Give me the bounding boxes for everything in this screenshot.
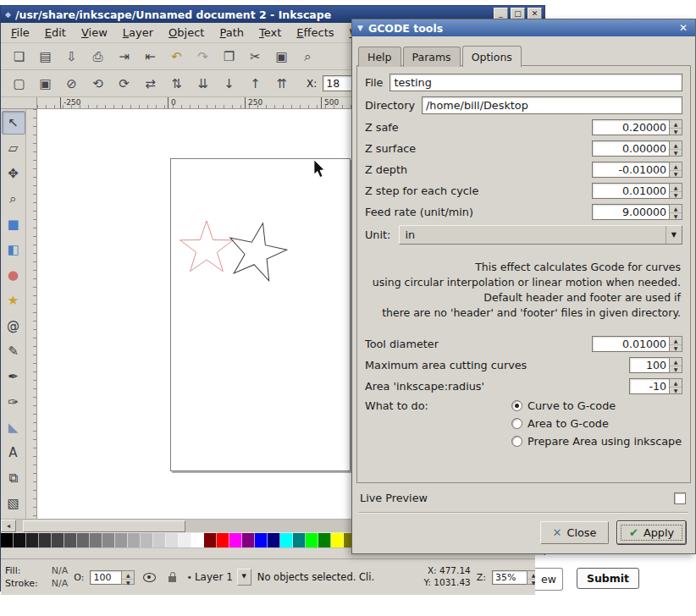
pink-star-shape[interactable] [180,221,234,272]
zoom-tool[interactable]: ⌕ [2,187,25,211]
palette-swatch[interactable] [102,533,115,547]
import-button[interactable]: ⇥ [113,45,135,68]
black-star-shape[interactable] [223,217,290,283]
max-area-spinner-buttons[interactable] [669,357,682,373]
dialog-close-icon[interactable]: ✕ [677,22,690,34]
fill-stroke-indicator[interactable]: Fill: N/A Stroke: N/A [5,565,68,589]
palette-swatch[interactable] [318,533,331,547]
z-surface-input[interactable]: 0.00000 [592,140,682,157]
flip-vertical-button[interactable]: ⇅ [165,72,188,95]
dock-arrow-icon[interactable]: ▼ [357,24,363,32]
opacity-input[interactable]: 100 [90,570,135,585]
lower-button[interactable]: ↓ [218,72,240,95]
zoom-drawing-button[interactable]: ⌕ [296,45,319,68]
3dbox-tool[interactable]: ◧ [2,238,25,261]
select-all-button[interactable]: ▢ [8,72,30,95]
palette-swatch[interactable] [242,533,255,547]
z-step-spinner-buttons[interactable] [669,183,682,199]
area-radius-input[interactable]: -10 [629,378,682,394]
palette-swatch[interactable] [306,533,318,547]
palette-swatch[interactable] [166,533,179,547]
combo-arrow-icon[interactable]: ▼ [666,226,682,244]
ellipse-tool[interactable]: ● [2,263,25,287]
scroll-left-button[interactable]: ◂ [1,520,16,532]
new-document-button[interactable]: ❏ [8,45,30,68]
open-document-button[interactable]: ▤ [34,45,57,68]
export-button[interactable]: ⇤ [139,45,162,68]
z-safe-spinner-buttons[interactable] [669,119,682,135]
radio-button[interactable] [511,418,522,429]
palette-swatch[interactable] [280,533,293,547]
submit-button[interactable]: Submit [577,568,639,589]
menu-item-effects[interactable]: Effects [289,24,341,41]
star-tool[interactable]: ★ [2,289,25,312]
redo-button[interactable]: ↷ [191,45,214,68]
palette-swatch[interactable] [204,533,217,547]
file-input[interactable]: testing [389,74,682,91]
palette-swatch[interactable] [179,533,191,547]
palette-swatch[interactable] [64,533,77,547]
feed-rate-spinner-buttons[interactable] [669,204,682,220]
selector-tool[interactable]: ↖ [2,111,25,135]
feed-rate-input[interactable]: 9.00000 [592,204,682,220]
layer-visibility-toggle[interactable] [141,569,157,586]
undo-button[interactable]: ↶ [165,45,188,68]
palette-swatch[interactable] [217,533,229,547]
text-tool[interactable]: A [2,441,25,465]
palette-swatch[interactable] [128,533,141,547]
pencil-tool[interactable]: ✎ [2,339,25,363]
copy-button[interactable]: ❐ [218,45,240,68]
menu-item-text[interactable]: Text [251,24,289,41]
palette-swatch[interactable] [229,533,242,547]
paint-bucket-tool[interactable]: ◣ [2,415,25,439]
calligraphy-tool[interactable]: ✑ [2,390,25,414]
node-tool[interactable]: ▱ [2,136,25,160]
palette-swatch[interactable] [255,533,268,547]
z-step-input[interactable]: 0.01000 [592,183,682,199]
partial-button[interactable]: ew [535,568,563,591]
max-area-input[interactable]: 100 [629,357,682,373]
opacity-spinner-buttons[interactable] [121,570,135,585]
connector-tool[interactable]: ⧉ [2,466,25,490]
palette-swatch[interactable] [268,533,280,547]
scrollbar-thumb[interactable] [23,520,185,532]
z-surface-spinner-buttons[interactable] [669,140,682,157]
palette-swatch[interactable] [331,533,344,547]
unit-dropdown[interactable]: in ▼ [399,225,682,245]
palette-swatch[interactable] [90,533,102,547]
radio-option-prepare-area[interactable]: Prepare Area using inkscape [511,435,682,448]
palette-swatch[interactable] [39,533,52,547]
z-depth-input[interactable]: -0.01000 [592,162,682,178]
tab-params[interactable]: Params [403,47,461,67]
deselect-button[interactable]: ⊘ [60,72,83,95]
tweak-tool[interactable]: ✥ [2,162,25,185]
z-depth-spinner-buttons[interactable] [669,162,682,178]
pen-tool[interactable]: ✒ [2,365,25,388]
live-preview-checkbox[interactable] [674,492,686,504]
tab-help[interactable]: Help [358,47,401,67]
palette-swatch[interactable] [191,533,204,547]
rotate-cw-button[interactable]: ⟳ [113,72,135,95]
cut-button[interactable]: ✂ [244,45,267,68]
menu-item-edit[interactable]: Edit [37,24,74,41]
raise-button[interactable]: ↑ [244,72,267,95]
paste-button[interactable]: ▣ [270,45,293,68]
tool-diameter-input[interactable]: 0.01000 [592,336,682,352]
raise-to-top-button[interactable]: ⇈ [270,72,293,95]
palette-swatch[interactable] [1,533,14,547]
rotate-ccw-button[interactable]: ⟲ [86,72,109,95]
save-document-button[interactable]: ⇩ [60,45,83,68]
menu-item-object[interactable]: Object [161,24,212,41]
radio-button-selected[interactable] [511,400,522,411]
palette-swatch[interactable] [14,533,26,547]
palette-swatch[interactable] [52,533,64,547]
palette-swatch[interactable] [115,533,128,547]
select-all-layers-button[interactable]: ▣ [34,72,57,95]
menu-item-layer[interactable]: Layer [115,24,161,41]
vertical-ruler[interactable] [26,109,37,519]
layer-selector[interactable]: • Layer 1 ▼ [186,569,251,586]
dialog-close-button[interactable]: ✕ Close [540,521,609,544]
palette-swatch[interactable] [26,533,39,547]
layer-lock-toggle[interactable] [163,569,180,586]
gradient-tool[interactable]: ▧ [2,492,25,515]
